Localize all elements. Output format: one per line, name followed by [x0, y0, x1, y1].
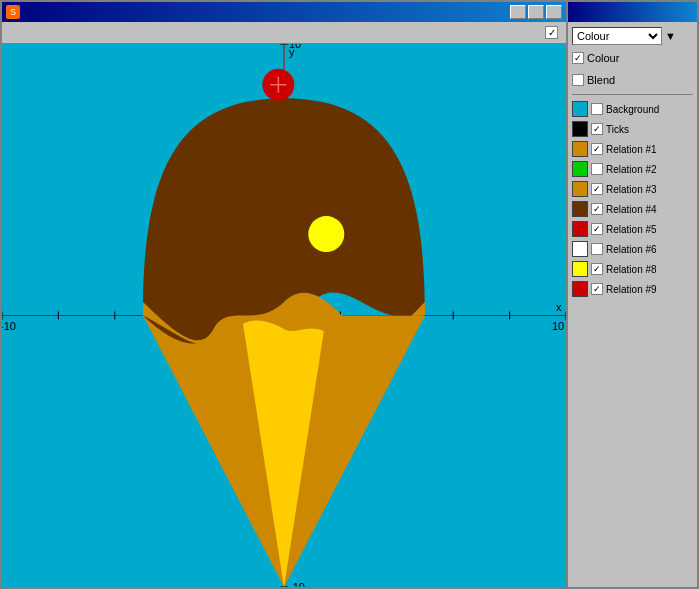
- graph-status: ✓: [545, 26, 562, 39]
- relation-checkbox-0[interactable]: [591, 103, 603, 115]
- relation-label-3: Relation #2: [606, 164, 657, 175]
- graph-area: [2, 44, 566, 587]
- close-button[interactable]: [546, 5, 562, 19]
- relation-label-6: Relation #5: [606, 224, 657, 235]
- colour-label: Colour: [587, 52, 619, 64]
- panel-content: Colour Blend ▼ ✓ Colour Blend Background…: [568, 22, 697, 303]
- relation-checkbox-7[interactable]: [591, 243, 603, 255]
- blend-label: Blend: [587, 74, 615, 86]
- relation-checkbox-3[interactable]: [591, 163, 603, 175]
- graph-canvas: [2, 44, 566, 587]
- panel-title: [568, 2, 697, 22]
- window-controls: [510, 5, 562, 19]
- relation-swatch-0: [572, 101, 588, 117]
- colour-checkbox[interactable]: ✓: [572, 52, 584, 64]
- relation-row-2: ✓Relation #1: [572, 139, 693, 159]
- relation-row-8: ✓Relation #8: [572, 259, 693, 279]
- relation-checkbox-8[interactable]: ✓: [591, 263, 603, 275]
- relation-swatch-6: [572, 221, 588, 237]
- relation-checkbox-9[interactable]: ✓: [591, 283, 603, 295]
- relation-row-3: Relation #2: [572, 159, 693, 179]
- relation-label-7: Relation #6: [606, 244, 657, 255]
- relation-swatch-8: [572, 261, 588, 277]
- colour-select[interactable]: Colour Blend: [572, 27, 662, 45]
- colour-row: Colour Blend ▼: [572, 26, 693, 46]
- relation-swatch-5: [572, 201, 588, 217]
- relation-swatch-4: [572, 181, 588, 197]
- divider-1: [572, 94, 693, 95]
- relation-checkbox-4[interactable]: ✓: [591, 183, 603, 195]
- relation-checkbox-2[interactable]: ✓: [591, 143, 603, 155]
- relation-label-1: Ticks: [606, 124, 629, 135]
- relation-label-8: Relation #8: [606, 264, 657, 275]
- blend-checkbox-row: Blend: [572, 70, 693, 90]
- relation-swatch-2: [572, 141, 588, 157]
- right-panel: Colour Blend ▼ ✓ Colour Blend Background…: [567, 2, 697, 587]
- relation-row-5: ✓Relation #4: [572, 199, 693, 219]
- relation-label-9: Relation #9: [606, 284, 657, 295]
- blend-checkbox[interactable]: [572, 74, 584, 86]
- relation-swatch-3: [572, 161, 588, 177]
- maximize-button[interactable]: [528, 5, 544, 19]
- relation-row-1: ✓Ticks: [572, 119, 693, 139]
- relation-row-4: ✓Relation #3: [572, 179, 693, 199]
- relation-swatch-7: [572, 241, 588, 257]
- minimize-button[interactable]: [510, 5, 526, 19]
- colour-checkbox-row: ✓ Colour: [572, 48, 693, 68]
- relation-checkbox-6[interactable]: ✓: [591, 223, 603, 235]
- relation-row-9: ✓Relation #9: [572, 279, 693, 299]
- relations-list: Background✓Ticks✓Relation #1Relation #2✓…: [572, 99, 693, 299]
- relation-label-2: Relation #1: [606, 144, 657, 155]
- relation-checkbox-1[interactable]: ✓: [591, 123, 603, 135]
- relation-checkbox-5[interactable]: ✓: [591, 203, 603, 215]
- title-bar: S: [2, 2, 566, 22]
- relation-row-7: Relation #6: [572, 239, 693, 259]
- app-icon: S: [6, 5, 20, 19]
- menu-bar: ✓: [2, 22, 566, 44]
- relation-swatch-1: [572, 121, 588, 137]
- relation-label-4: Relation #3: [606, 184, 657, 195]
- relation-label-5: Relation #4: [606, 204, 657, 215]
- relation-row-6: ✓Relation #5: [572, 219, 693, 239]
- relation-label-0: Background: [606, 104, 659, 115]
- graph-checkbox[interactable]: ✓: [545, 26, 558, 39]
- relation-row-0: Background: [572, 99, 693, 119]
- relation-swatch-9: [572, 281, 588, 297]
